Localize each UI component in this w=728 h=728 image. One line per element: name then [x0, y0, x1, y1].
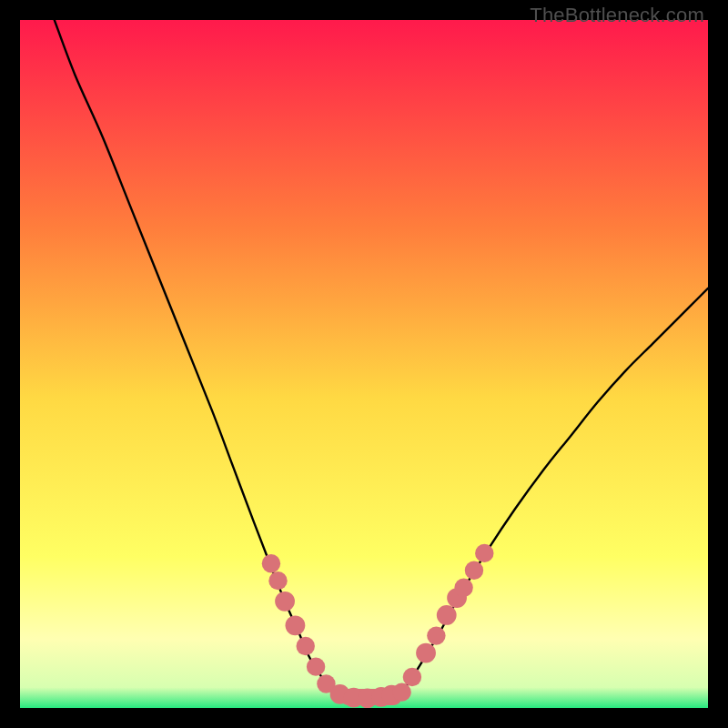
data-marker [262, 554, 280, 572]
data-marker [454, 578, 472, 596]
data-marker [275, 592, 295, 612]
data-marker [392, 682, 410, 701]
data-marker [427, 626, 445, 644]
data-marker [403, 668, 421, 686]
data-marker [268, 571, 287, 590]
bottleneck-chart [20, 20, 708, 708]
data-marker [297, 637, 315, 655]
data-marker [475, 544, 493, 562]
gradient-background [20, 20, 708, 708]
data-marker [437, 605, 457, 625]
data-marker [465, 561, 483, 580]
data-marker [307, 657, 325, 675]
data-marker [286, 615, 306, 635]
data-marker [416, 643, 436, 663]
chart-frame [20, 20, 708, 708]
watermark-text: TheBottleneck.com [530, 4, 704, 27]
